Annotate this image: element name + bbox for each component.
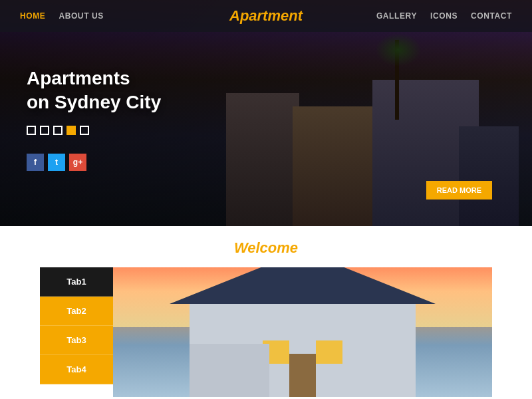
dot-4[interactable] bbox=[66, 126, 76, 135]
navbar: HOME ABOUT US Apartment GALLERY ICONS cO… bbox=[0, 0, 532, 32]
twitter-button[interactable]: t bbox=[48, 154, 65, 171]
building-3 bbox=[226, 93, 299, 226]
nav-link-home[interactable]: HOME bbox=[20, 11, 45, 21]
house-door bbox=[289, 354, 316, 397]
read-more-button[interactable]: Read More bbox=[426, 181, 492, 200]
tab-content bbox=[113, 267, 492, 397]
house-scene bbox=[113, 267, 492, 397]
nav-right: GALLERY ICONS cOntAcT bbox=[376, 11, 512, 21]
tab-4[interactable]: Tab4 bbox=[40, 355, 113, 384]
tabs-area: Tab1 Tab2 Tab3 Tab4 bbox=[0, 267, 532, 397]
house-roof bbox=[170, 267, 436, 304]
googleplus-button[interactable]: g+ bbox=[69, 154, 86, 171]
welcome-section: Welcome Tab1 Tab2 Tab3 Tab4 bbox=[0, 226, 532, 399]
tab-1[interactable]: Tab1 bbox=[40, 267, 113, 297]
nav-link-icons[interactable]: ICONS bbox=[430, 11, 458, 21]
hero-title: Apartments on Sydney City bbox=[27, 66, 161, 115]
nav-brand: Apartment bbox=[229, 7, 303, 25]
house-garage bbox=[190, 344, 269, 397]
social-icons: f t g+ bbox=[27, 154, 161, 171]
hero-content: Apartments on Sydney City f t g+ bbox=[27, 66, 161, 171]
nav-link-gallery[interactable]: GALLERY bbox=[376, 11, 417, 21]
dot-2[interactable] bbox=[40, 126, 49, 135]
dot-3[interactable] bbox=[53, 126, 63, 135]
tab-list: Tab1 Tab2 Tab3 Tab4 bbox=[40, 267, 113, 397]
nav-link-about[interactable]: ABOUT US bbox=[59, 11, 103, 21]
hero-dots bbox=[27, 126, 161, 135]
dot-1[interactable] bbox=[27, 126, 36, 135]
tab-2[interactable]: Tab2 bbox=[40, 297, 113, 326]
tab-3[interactable]: Tab3 bbox=[40, 326, 113, 355]
facebook-button[interactable]: f bbox=[27, 154, 44, 171]
nav-left: HOME ABOUT US bbox=[20, 11, 104, 21]
dot-5[interactable] bbox=[80, 126, 89, 135]
building-4 bbox=[459, 126, 519, 226]
nav-link-contact[interactable]: cOntAcT bbox=[471, 11, 512, 21]
welcome-title: Welcome bbox=[0, 239, 532, 257]
house-window-right bbox=[316, 340, 342, 364]
palm-tree bbox=[395, 40, 399, 120]
building-2 bbox=[293, 106, 379, 226]
hero-section: Apartments on Sydney City f t g+ Read Mo… bbox=[0, 0, 532, 226]
